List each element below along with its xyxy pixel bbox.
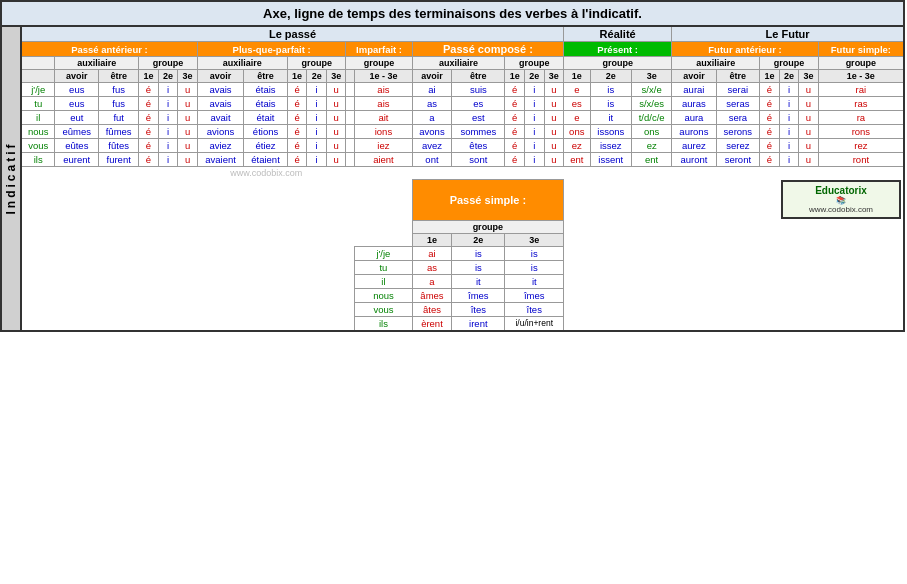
passe-simple-section: Passé simple : Educatorix 📚 www.codobix.…: [1, 179, 904, 220]
logo-area: Educatorix 📚 www.codobix.com: [672, 179, 904, 220]
row-tu: tu eus fus é i u avais étais é i u ais a…: [1, 97, 904, 111]
pqp-hdr: Plus-que-parfait :: [197, 42, 346, 57]
ps-row-nous: nous âmes îmes îmes: [1, 288, 904, 302]
row-il: il eut fut é i u avait était é i u ait a…: [1, 111, 904, 125]
ps-row-il: il a it it: [1, 274, 904, 288]
row-ils: ils eurent furent é i u avaient étaient …: [1, 153, 904, 167]
sec-passe: Le passé: [21, 26, 564, 42]
sec-futur: Le Futur: [672, 26, 904, 42]
ps-col-headers: 1e 2e 3e: [1, 233, 904, 246]
ps-row-vous: vous âtes îtes îtes: [1, 302, 904, 316]
row-nous: nous eûmes fûmes é i u avions étions é i…: [1, 125, 904, 139]
row-je: j'/je eus fus é i u avais étais é i u ai…: [1, 83, 904, 97]
sec-realite: Réalité: [564, 26, 672, 42]
ps-header: Passé simple :: [412, 179, 563, 220]
title: Axe, ligne de temps des terminaisons des…: [1, 1, 904, 26]
fa-hdr: Futur antérieur :: [672, 42, 819, 57]
imp-hdr: Imparfait :: [346, 42, 412, 57]
pres-hdr: Présent :: [564, 42, 672, 57]
indicatif-vert: Indicatif: [1, 26, 21, 331]
ps-sub-row: groupe: [1, 220, 904, 233]
final-page: #final-table { width:905px; border-colla…: [0, 0, 907, 332]
ps-row-ils: ils èrent irent i/u/in+rent: [1, 316, 904, 331]
ps-row-tu: tu as is is: [1, 260, 904, 274]
row-vous: vous eûtes fûtes é i u aviez étiez é i u…: [1, 139, 904, 153]
ps-row-je: j'/je ai is is: [1, 246, 904, 260]
pc-hdr: Passé composé :: [412, 42, 563, 57]
fs-hdr: Futur simple:: [818, 42, 904, 57]
watermark-row: www.codobix.com: [1, 167, 904, 180]
pa-hdr: Passé antérieur :: [21, 42, 197, 57]
